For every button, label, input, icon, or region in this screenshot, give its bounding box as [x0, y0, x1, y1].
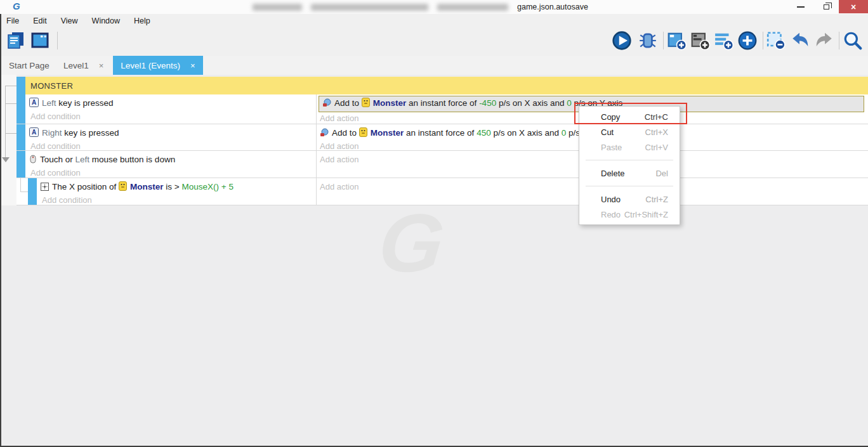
context-menu-item-undo[interactable]: Undo Ctrl+Z: [579, 191, 680, 207]
toolbar-separator: [839, 32, 839, 49]
event-bar: [16, 94, 25, 124]
add-sub-event-icon: [690, 30, 711, 51]
group-header-row[interactable]: MONSTER: [16, 77, 868, 94]
add-event-button[interactable]: [666, 30, 688, 51]
tree-line: [20, 191, 28, 192]
condition-text[interactable]: Touch or Left mouse button is down: [29, 151, 316, 167]
tab-level1[interactable]: Level1 ×: [61, 56, 106, 75]
context-menu-item-paste: Paste Ctrl+V: [579, 139, 680, 155]
menu-item-shortcut: Ctrl+C: [645, 112, 668, 122]
redo-button[interactable]: [813, 30, 835, 51]
menu-help[interactable]: Help: [127, 14, 157, 28]
add-sub-event-button[interactable]: [690, 30, 711, 51]
text-part: mouse button is down: [92, 155, 175, 164]
text-part: Monster: [371, 128, 404, 138]
context-menu: Copy Ctrl+C Cut Ctrl+X Paste Ctrl+V Dele…: [579, 106, 680, 225]
menu-item-shortcut: Ctrl+Shift+Z: [624, 210, 668, 219]
undo-button[interactable]: [789, 30, 811, 51]
text-part: p/s on X axis and: [496, 98, 567, 108]
window-frame: [0, 14, 1, 447]
group-label: MONSTER: [25, 77, 868, 94]
menu-item-label: Undo: [601, 195, 621, 204]
tree-line: [5, 103, 16, 104]
menu-view[interactable]: View: [54, 14, 85, 28]
text-part: key is pressed: [58, 98, 113, 108]
context-menu-item-copy[interactable]: Copy Ctrl+C: [579, 109, 680, 124]
menu-separator: [586, 186, 673, 186]
tab-label: Start Page: [9, 61, 49, 70]
conditions-cell: ARight key is pressed Add condition: [25, 124, 316, 150]
redacted-title-segment: [311, 4, 428, 11]
restore-icon: [824, 4, 829, 10]
tab-close-icon[interactable]: ×: [99, 61, 104, 70]
delete-selection-button[interactable]: [765, 30, 787, 51]
undo-icon: [790, 30, 810, 51]
events-margin: [0, 75, 16, 205]
menu-window[interactable]: Window: [85, 14, 127, 28]
close-button[interactable]: ×: [839, 0, 868, 13]
monster-icon: [119, 181, 127, 194]
title-bar: G game.json.autosave ×: [0, 0, 868, 14]
condition-text[interactable]: ARight key is pressed: [29, 124, 316, 140]
menu-item-shortcut: Del: [655, 169, 668, 178]
search-button[interactable]: [842, 30, 864, 51]
monster-icon: [362, 98, 370, 110]
debug-button[interactable]: [637, 30, 659, 51]
menu-file[interactable]: File: [1, 14, 26, 28]
menu-bar: File Edit View Window Help: [1, 14, 868, 28]
tree-line: [5, 86, 6, 160]
gdevelop-logo-icon: G: [13, 1, 20, 11]
tree-line: [5, 133, 16, 134]
menu-item-shortcut: Ctrl+Z: [645, 195, 668, 204]
event-row[interactable]: Touch or Left mouse button is down Add c…: [16, 151, 868, 178]
add-condition-link[interactable]: Add condition: [29, 167, 316, 179]
event-row[interactable]: ALeft key is pressed Add condition Add t…: [16, 94, 868, 124]
svg-text:A: A: [32, 99, 36, 106]
event-row[interactable]: ARight key is pressed Add condition Add …: [16, 124, 868, 151]
condition-text[interactable]: The X position of Monster is > MouseX() …: [41, 178, 316, 194]
minimize-button[interactable]: [788, 0, 813, 13]
play-button[interactable]: [611, 30, 633, 51]
text-part: MouseX() + 5: [181, 182, 233, 191]
svg-text:A: A: [32, 129, 36, 136]
menu-edit[interactable]: Edit: [26, 14, 54, 28]
text-part: Monster: [373, 98, 407, 108]
restore-button[interactable]: [813, 0, 839, 13]
condition-text[interactable]: ALeft key is pressed: [29, 94, 316, 110]
context-menu-item-cut[interactable]: Cut Ctrl+X: [579, 124, 680, 139]
expander-arrow-icon[interactable]: [2, 157, 10, 162]
redacted-title-segment: [253, 4, 302, 11]
add-event-icon: [667, 30, 687, 51]
menu-item-label: Cut: [601, 127, 614, 137]
project-manager-button[interactable]: [5, 30, 27, 51]
event-bar: [28, 178, 37, 205]
context-menu-item-delete[interactable]: Delete Del: [579, 165, 680, 181]
scene-editor-button[interactable]: [29, 30, 51, 51]
title-text: game.json.autosave: [517, 3, 588, 11]
hand-icon: [320, 128, 329, 140]
add-comment-button[interactable]: [713, 30, 735, 51]
tab-level1-events[interactable]: Level1 (Events) ×: [113, 56, 203, 75]
text-part: 0: [567, 98, 572, 108]
text-part: Monster: [130, 182, 164, 191]
add-button[interactable]: [737, 30, 758, 51]
key-a-icon: A: [29, 127, 39, 140]
tab-close-icon[interactable]: ×: [190, 61, 195, 70]
delete-selection-icon: [766, 30, 786, 51]
hand-icon: [322, 98, 331, 110]
menu-item-label: Paste: [601, 143, 622, 152]
conditions-cell: The X position of Monster is > MouseX() …: [37, 178, 316, 205]
mouse-icon: [29, 155, 37, 167]
text-part: is: [164, 182, 174, 191]
scene-editor-icon: [30, 30, 50, 51]
text-part: The X position of: [52, 182, 119, 191]
text-part: an instant force of: [406, 98, 479, 108]
add-condition-link[interactable]: Add condition: [29, 110, 316, 123]
play-icon: [612, 30, 632, 51]
text-part: >: [174, 182, 182, 191]
text-part: key is pressed: [64, 128, 119, 138]
tab-start-page[interactable]: Start Page: [6, 56, 52, 75]
text-part: -450: [479, 98, 496, 108]
menu-item-label: Delete: [601, 169, 625, 178]
add-condition-link[interactable]: Add condition: [41, 194, 316, 207]
